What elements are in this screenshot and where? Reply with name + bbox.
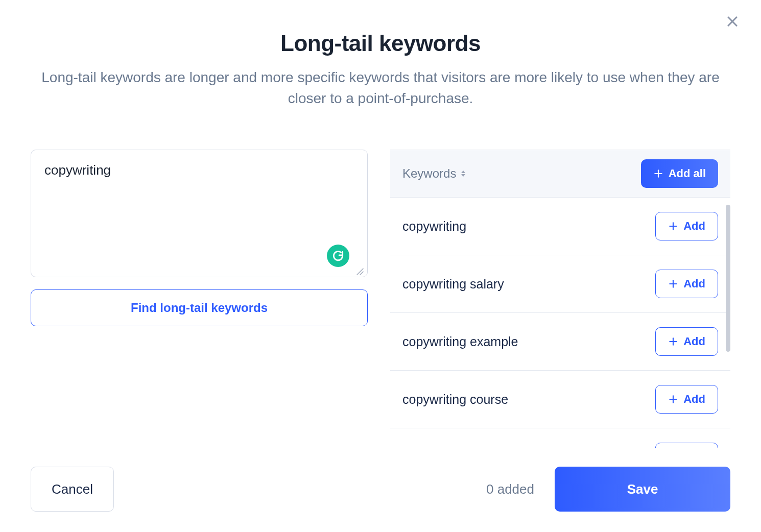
svg-marker-5	[461, 174, 465, 177]
save-button[interactable]: Save	[555, 467, 730, 512]
add-keyword-button[interactable]: Add	[655, 443, 718, 448]
plus-icon	[668, 221, 678, 231]
keyword-text: copywriting example	[402, 334, 518, 349]
close-icon	[725, 14, 740, 29]
modal-subtitle: Long-tail keywords are longer and more s…	[38, 67, 723, 109]
keywords-column-header[interactable]: Keywords	[402, 166, 466, 181]
find-keywords-button[interactable]: Find long-tail keywords	[31, 289, 368, 326]
keyword-row: copywriting booksAdd	[390, 428, 730, 448]
add-keyword-button[interactable]: Add	[655, 385, 718, 414]
keyword-row: copywriting courseAdd	[390, 371, 730, 428]
grammarly-icon	[327, 245, 349, 267]
plus-icon	[668, 336, 678, 347]
keywords-header-text: Keywords	[402, 166, 456, 181]
add-label: Add	[683, 335, 705, 348]
add-label: Add	[683, 393, 705, 406]
keyword-text: copywriting salary	[402, 277, 504, 292]
plus-icon	[653, 168, 663, 179]
keyword-row: copywritingAdd	[390, 198, 730, 255]
keyword-row: copywriting exampleAdd	[390, 313, 730, 371]
keyword-text: copywriting	[402, 219, 466, 234]
modal-title: Long-tail keywords	[31, 31, 730, 56]
keywords-header: Keywords Add all	[390, 150, 730, 198]
added-count: 0 added	[486, 481, 534, 497]
close-button[interactable]	[725, 14, 740, 31]
keyword-row: copywriting salaryAdd	[390, 255, 730, 313]
add-keyword-button[interactable]: Add	[655, 270, 718, 298]
add-keyword-button[interactable]: Add	[655, 327, 718, 356]
add-keyword-button[interactable]: Add	[655, 212, 718, 240]
add-all-label: Add all	[669, 167, 706, 180]
plus-icon	[668, 394, 678, 404]
scrollbar-thumb[interactable]	[726, 205, 730, 352]
sort-icon	[460, 170, 466, 178]
cancel-button[interactable]: Cancel	[31, 467, 114, 512]
add-all-button[interactable]: Add all	[641, 159, 718, 188]
keyword-input[interactable]	[31, 150, 368, 277]
keyword-text: copywriting course	[402, 392, 508, 407]
svg-marker-4	[461, 171, 465, 173]
add-label: Add	[683, 277, 705, 291]
plus-icon	[668, 279, 678, 289]
add-label: Add	[683, 220, 705, 233]
